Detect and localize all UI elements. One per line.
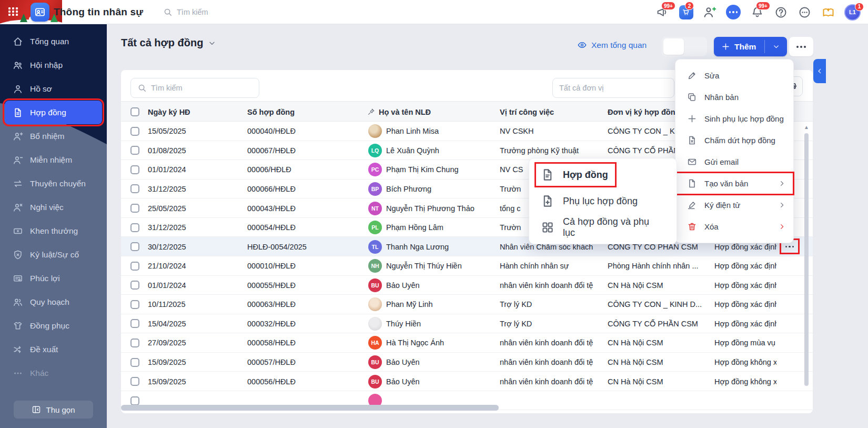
cell-sign-date: 15/05/2025: [148, 122, 227, 141]
whats-new-button[interactable]: [821, 5, 835, 19]
menu-item-copy[interactable]: Nhân bản: [675, 86, 793, 108]
row-checkbox[interactable]: [130, 358, 139, 367]
topbar-icons: 99+ 2 99+: [655, 0, 861, 24]
row-checkbox[interactable]: [130, 262, 139, 271]
sidebar-item-user[interactable]: Hồ sơ: [0, 77, 107, 101]
more-apps-button[interactable]: [797, 5, 812, 19]
tree-decoration: [20, 14, 27, 22]
search-icon: [137, 83, 147, 93]
column-header-contract[interactable]: Số hợp đồng: [247, 102, 295, 122]
row-checkbox[interactable]: [130, 319, 139, 328]
table-row[interactable]: 21/10/2024000010/HĐLĐNHNguyễn Thị Thúy H…: [121, 256, 813, 276]
list-view-button[interactable]: [663, 38, 684, 55]
add-dropdown-button[interactable]: [765, 37, 787, 56]
help-button[interactable]: [773, 5, 788, 19]
add-button[interactable]: Thêm: [714, 37, 764, 56]
column-header-date[interactable]: Ngày ký HĐ: [148, 102, 190, 122]
sidebar-item-shield-x[interactable]: Kỷ luật/Sự cố: [0, 243, 107, 266]
select-all-checkbox[interactable]: [130, 107, 139, 116]
cell-unit: Phòng Hành chính nhân ...: [608, 256, 708, 276]
cell-position: Trợ lý KD: [500, 295, 599, 314]
table-row[interactable]: 01/01/2024000055/HĐLĐBUBảo Uyênnhân viên…: [121, 276, 813, 295]
unit-filter[interactable]: [552, 78, 674, 98]
unit-filter-input[interactable]: [559, 84, 668, 92]
sidebar-item-user-minus[interactable]: Miễn nhiệm: [0, 148, 107, 172]
horizontal-scrollbar[interactable]: [121, 405, 499, 411]
sidebar-item-benefit[interactable]: Phúc lợi: [0, 266, 107, 290]
sidebar-item-label: Khen thưởng: [30, 226, 78, 236]
column-header-position[interactable]: Vị trí công việc: [500, 102, 554, 122]
cell-unit: CÔNG TY CON _ KINH D...: [608, 295, 708, 314]
messages-button[interactable]: [726, 5, 741, 19]
row-checkbox[interactable]: [130, 184, 139, 193]
sidebar-item-award[interactable]: Khen thưởng: [0, 219, 107, 243]
row-checkbox[interactable]: [130, 281, 139, 290]
submenu-item-file-lines[interactable]: Hợp đồng: [529, 162, 677, 188]
row-checkbox[interactable]: [130, 396, 139, 405]
cell-employee: BUBảo Uyên: [368, 276, 489, 295]
invite-user-button[interactable]: [702, 5, 717, 19]
row-checkbox[interactable]: [130, 300, 139, 309]
expand-panel-tab[interactable]: [813, 59, 826, 83]
sidebar-item-users[interactable]: Hội nhập: [0, 53, 107, 77]
row-checkbox[interactable]: [130, 242, 139, 251]
sidebar-item-transfer[interactable]: Thuyên chuyển: [0, 172, 107, 195]
app-grid-icon[interactable]: [8, 7, 18, 16]
view-overview-link[interactable]: Xem tổng quan: [577, 40, 647, 50]
collapse-sidebar-button[interactable]: Thu gọn: [14, 401, 93, 419]
menu-item-signature[interactable]: Ký điện tử: [675, 194, 793, 216]
global-search-input[interactable]: [177, 8, 256, 16]
cell-contract-number: 000066/HĐLĐ: [247, 180, 345, 199]
table-search-input[interactable]: [151, 84, 240, 92]
pencil-icon: [687, 71, 697, 81]
row-checkbox[interactable]: [130, 204, 139, 213]
notifications-button[interactable]: 99+: [750, 5, 764, 19]
menu-item-plus[interactable]: Sinh phụ lục hợp đồng: [675, 108, 793, 130]
vertical-scrollbar[interactable]: [804, 133, 809, 386]
sidebar-item-users2[interactable]: Quy hoạch: [0, 290, 107, 314]
user-avatar[interactable]: L1 1: [844, 4, 861, 21]
sidebar-item-user-plus[interactable]: Bổ nhiệm: [0, 124, 107, 148]
menu-item-mail[interactable]: Gửi email: [675, 151, 793, 173]
row-checkbox[interactable]: [130, 165, 139, 174]
cart-button[interactable]: 2: [679, 5, 693, 19]
cell-employee: BUBảo Uyên: [368, 353, 489, 372]
table-row[interactable]: 27/09/2025000058/HĐLĐHAHà Thị Ngọc Ánhnh…: [121, 333, 813, 353]
scroll-up-arrow[interactable]: ▲: [803, 125, 810, 130]
row-checkbox[interactable]: [130, 223, 139, 232]
sidebar-item-user-x[interactable]: Nghỉ việc: [0, 195, 107, 219]
table-row[interactable]: 10/11/2025000063/HĐLĐPhan Mỹ LinhTrợ lý …: [121, 295, 813, 314]
submenu-item-label: Hợp đồng: [563, 170, 608, 181]
sidebar-item-shirt[interactable]: Đồng phục: [0, 314, 107, 337]
menu-item-pencil[interactable]: Sửa: [675, 65, 793, 86]
page-more-button[interactable]: [789, 37, 813, 56]
menu-item-file[interactable]: Tạo văn bản: [675, 173, 793, 194]
announcements-button[interactable]: 99+: [655, 5, 670, 19]
row-checkbox[interactable]: [130, 127, 139, 136]
table-row[interactable]: 15/09/2025000056/HĐLĐBUBảo Uyênnhân viên…: [121, 372, 813, 391]
cell-employee: LQLê Xuân Quỳnh: [368, 141, 489, 161]
table-row[interactable]: 15/04/2025000032/HĐLĐThúy HiềnTrợ lý KDC…: [121, 314, 813, 334]
user-plus-icon: [13, 131, 23, 142]
board-view-button[interactable]: [685, 38, 705, 55]
sidebar-item-home[interactable]: Tổng quan: [0, 29, 107, 53]
global-search[interactable]: [163, 4, 256, 20]
sidebar-item-file-text[interactable]: Hợp đồng: [5, 101, 102, 124]
sidebar-item-ellipsis[interactable]: Khác: [0, 361, 107, 385]
submenu-item-file-plus[interactable]: Phụ lục hợp đồng: [529, 188, 677, 214]
menu-item-trash[interactable]: Xóa: [675, 216, 793, 237]
row-checkbox[interactable]: [130, 339, 139, 347]
column-header-name[interactable]: Họ và tên NLĐ: [367, 102, 431, 122]
submenu-item-grid[interactable]: Cả hợp đồng và phụ lục: [529, 214, 677, 241]
row-checkbox[interactable]: [130, 146, 139, 155]
cell-contract-type: [714, 391, 776, 411]
table-row[interactable]: 15/09/2025000057/HĐLĐBUBảo Uyênnhân viên…: [121, 353, 813, 372]
menu-item-file-x[interactable]: Chấm dứt hợp đồng: [675, 130, 793, 151]
chevron-down-icon[interactable]: [208, 39, 216, 47]
column-header-unit[interactable]: Đơn vị ký hợp đồng: [608, 102, 680, 122]
sidebar-item-shuffle[interactable]: Đề xuất: [0, 337, 107, 361]
chevron-right-icon: [778, 180, 786, 187]
table-search[interactable]: [130, 78, 259, 98]
hr-app-icon[interactable]: [31, 3, 49, 22]
row-checkbox[interactable]: [130, 377, 139, 386]
